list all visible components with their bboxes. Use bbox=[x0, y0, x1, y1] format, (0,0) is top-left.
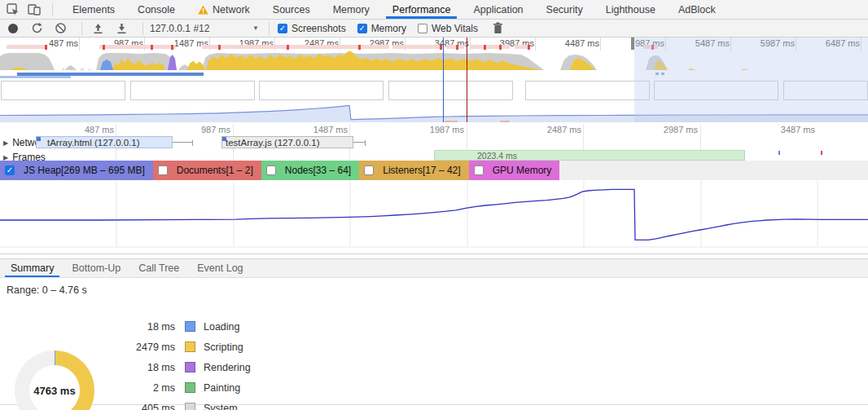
request-whisker bbox=[173, 142, 193, 143]
tab-network[interactable]: Network bbox=[186, 0, 261, 19]
memory-checkbox[interactable]: ✓ bbox=[357, 24, 367, 33]
save-profile-icon[interactable] bbox=[116, 23, 128, 34]
counter-nodes[interactable]: Nodes[33 – 64] bbox=[261, 161, 359, 180]
screenshot-thumbnail[interactable] bbox=[259, 81, 384, 100]
inspect-element-icon[interactable] bbox=[7, 3, 20, 16]
summary-value: 2 ms bbox=[110, 382, 175, 394]
long-task-mark bbox=[151, 45, 153, 50]
network-request-bar[interactable]: testArray.js (127.0.0.1) bbox=[221, 136, 353, 148]
long-task-bar bbox=[392, 45, 443, 49]
gpu-memory-checkbox[interactable] bbox=[474, 165, 484, 175]
devtools-window: Elements Console Network Sources Memory … bbox=[0, 0, 868, 410]
long-task-mark bbox=[287, 45, 289, 50]
web-vitals-checkbox[interactable] bbox=[418, 24, 427, 33]
summary-value: 405 ms bbox=[110, 403, 175, 410]
long-task-mark bbox=[103, 45, 105, 50]
long-task-mark bbox=[484, 45, 486, 50]
timeline-overview[interactable]: 487 ms 987 ms 1487 ms 1987 ms 2487 ms 29… bbox=[0, 37, 868, 124]
documents-checkbox[interactable] bbox=[158, 165, 168, 175]
tab-event-log[interactable]: Event Log bbox=[188, 259, 252, 277]
js-heap-checkbox[interactable]: ✓ bbox=[5, 165, 15, 175]
devtools-left-icons bbox=[0, 0, 61, 19]
tab-label: Event Log bbox=[197, 262, 243, 274]
tab-bottom-up[interactable]: Bottom-Up bbox=[63, 259, 129, 277]
memory-label: Memory bbox=[371, 23, 406, 34]
tab-label: Application bbox=[473, 4, 523, 15]
long-task-mark bbox=[171, 45, 173, 50]
network-track: ▶ Network tArray.html (127.0.0.1) testAr… bbox=[0, 136, 868, 149]
tab-label: Bottom-Up bbox=[72, 262, 121, 274]
tab-security[interactable]: Security bbox=[535, 0, 594, 19]
tab-performance[interactable]: Performance bbox=[381, 0, 462, 19]
record-button[interactable] bbox=[8, 24, 18, 33]
counter-label: Listeners[17 – 42] bbox=[383, 165, 460, 176]
memory-checkbox-item[interactable]: ✓ Memory bbox=[357, 23, 406, 34]
frame-marker bbox=[778, 151, 780, 155]
overview-range-handle[interactable] bbox=[631, 37, 634, 50]
frame-duration-label: 2023.4 ms bbox=[477, 151, 517, 161]
long-task-mark bbox=[358, 45, 361, 50]
web-vitals-label: Web Vitals bbox=[432, 23, 478, 34]
summary-label: System bbox=[204, 403, 238, 410]
screenshot-thumbnail[interactable] bbox=[525, 81, 650, 100]
long-task-mark bbox=[45, 45, 47, 50]
counter-js-heap[interactable]: ✓ JS Heap[269 MB – 695 MB] bbox=[0, 161, 153, 180]
long-task-mark bbox=[499, 45, 502, 50]
frame-duration-bar[interactable]: 2023.4 ms bbox=[434, 150, 745, 161]
counter-gpu-memory[interactable]: GPU Memory bbox=[469, 161, 560, 180]
ruler-time-label: 1987 ms bbox=[407, 125, 464, 134]
screenshot-thumbnail[interactable] bbox=[388, 81, 513, 100]
tab-sources[interactable]: Sources bbox=[261, 0, 322, 19]
screenshots-checkbox[interactable]: ✓ bbox=[278, 24, 287, 33]
screenshot-thumbnail[interactable] bbox=[130, 81, 255, 100]
overview-unselected-region[interactable] bbox=[634, 37, 868, 122]
long-task-bar bbox=[99, 45, 175, 49]
counter-label: Nodes[33 – 64] bbox=[285, 165, 351, 176]
summary-swatch bbox=[185, 362, 195, 373]
web-vitals-checkbox-item[interactable]: Web Vitals bbox=[418, 23, 478, 34]
reload-and-record-button[interactable] bbox=[31, 22, 43, 34]
summary-swatch bbox=[185, 382, 195, 393]
history-selector[interactable]: 127.0.0.1 #12 bbox=[150, 23, 248, 34]
frame-marker bbox=[821, 151, 822, 155]
tab-label: Summary bbox=[11, 262, 54, 274]
tab-application[interactable]: Application bbox=[462, 0, 534, 19]
tab-console[interactable]: Console bbox=[126, 0, 186, 19]
nodes-checkbox[interactable] bbox=[266, 165, 276, 175]
tab-memory[interactable]: Memory bbox=[322, 0, 381, 19]
detail-tab-bar: Summary Bottom-Up Call Tree Event Log bbox=[0, 258, 868, 278]
device-toolbar-icon[interactable] bbox=[28, 4, 41, 15]
frames-track-title: Frames bbox=[12, 152, 46, 161]
overview-network-bar bbox=[0, 76, 71, 78]
counter-listeners[interactable]: Listeners[17 – 42] bbox=[359, 161, 468, 180]
tab-label: Security bbox=[546, 4, 583, 15]
listeners-checkbox[interactable] bbox=[364, 165, 374, 175]
screenshot-thumbnail[interactable] bbox=[1, 81, 125, 100]
tab-call-tree[interactable]: Call Tree bbox=[129, 259, 188, 277]
screenshots-label: Screenshots bbox=[292, 23, 346, 34]
network-request-bar[interactable]: tArray.html (127.0.0.1) bbox=[36, 136, 173, 148]
clear-recording-button[interactable] bbox=[55, 22, 67, 34]
summary-value: 18 ms bbox=[110, 321, 175, 333]
counter-label: JS Heap[269 MB – 695 MB] bbox=[24, 165, 145, 176]
counter-documents[interactable]: Documents[1 – 2] bbox=[153, 161, 261, 180]
summary-value: 2479 ms bbox=[110, 342, 175, 353]
counter-label: GPU Memory bbox=[493, 165, 552, 176]
trash-icon[interactable] bbox=[493, 22, 503, 34]
screenshots-checkbox-item[interactable]: ✓ Screenshots bbox=[278, 23, 346, 34]
frames-track-header[interactable]: ▶ Frames bbox=[3, 152, 46, 161]
tab-elements[interactable]: Elements bbox=[61, 0, 126, 19]
tab-lighthouse[interactable]: Lighthouse bbox=[594, 0, 667, 19]
divider bbox=[81, 22, 82, 35]
load-profile-icon[interactable] bbox=[92, 23, 104, 34]
summary-label: Painting bbox=[204, 382, 240, 394]
long-task-mark bbox=[456, 45, 458, 50]
overview-time-label: 4487 ms bbox=[550, 38, 599, 48]
divider bbox=[269, 22, 270, 35]
disclosure-triangle-icon: ▶ bbox=[3, 154, 8, 161]
tab-adblock[interactable]: AdBlock bbox=[667, 0, 727, 19]
dcl-marker-line bbox=[443, 37, 444, 122]
counter-label: Documents[1 – 2] bbox=[177, 165, 253, 176]
chevron-down-icon[interactable]: ▼ bbox=[252, 24, 259, 32]
tab-summary[interactable]: Summary bbox=[2, 259, 63, 277]
